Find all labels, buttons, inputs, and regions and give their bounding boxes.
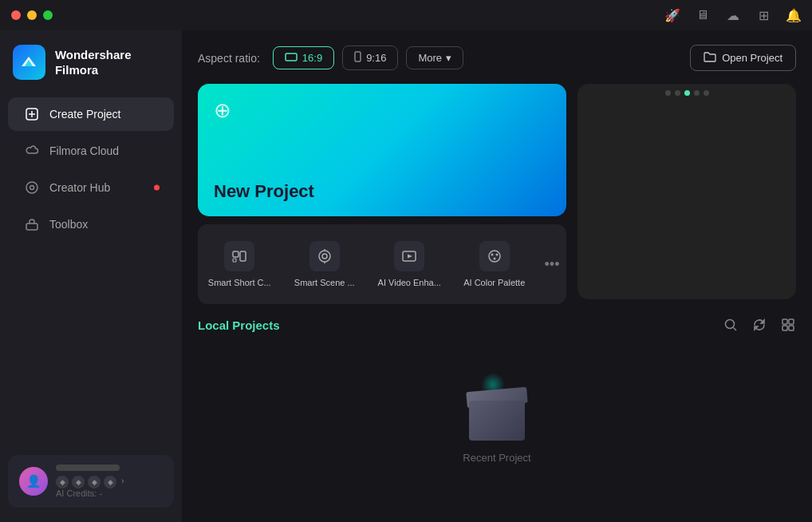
refresh-icon[interactable] [751, 317, 767, 333]
svg-rect-25 [782, 326, 787, 330]
new-project-card[interactable]: ⊕ New Project [198, 84, 566, 216]
add-project-icon: ⊕ [214, 98, 231, 123]
smart-scene-icon [309, 241, 340, 271]
svg-rect-9 [233, 259, 236, 262]
ai-tools-more-button[interactable]: ••• [538, 224, 566, 304]
open-project-button[interactable]: Open Project [690, 45, 796, 71]
svg-point-12 [322, 254, 327, 259]
sidebar-item-toolbox[interactable]: Toolbox [8, 208, 174, 241]
credit-dot-3: ◆ [88, 476, 101, 488]
aspect-btn-9-16[interactable]: 9:16 [342, 45, 398, 70]
brand: Wondershare Filmora [0, 38, 182, 96]
sidebar-item-toolbox-label: Toolbox [49, 218, 88, 231]
svg-point-3 [26, 182, 37, 193]
box-body [469, 401, 525, 441]
user-name-bar [56, 465, 120, 471]
header-actions [723, 317, 796, 333]
user-credits-bar: ◆ ◆ ◆ ◆ › [56, 476, 163, 488]
sidebar: Wondershare Filmora Create Project Filmo… [0, 30, 182, 522]
sidebar-item-filmora-cloud-label: Filmora Cloud [49, 144, 119, 157]
toolbox-icon [24, 216, 40, 232]
brand-logo [13, 45, 45, 80]
top-content: ⊕ New Project Smart Short C... [198, 84, 796, 304]
empty-box-icon [461, 377, 533, 441]
ai-credits-label: AI Credits: - [56, 488, 163, 498]
feature-dot-5 [704, 90, 709, 96]
close-button[interactable] [11, 10, 21, 20]
svg-rect-23 [782, 319, 787, 324]
ai-video-enhance-icon [394, 241, 424, 271]
feature-dot-3 [684, 90, 690, 96]
ai-color-palette-icon [479, 241, 510, 271]
bell-icon: 🔔 [786, 8, 801, 22]
local-projects-title: Local Projects [198, 318, 723, 332]
create-project-icon [24, 106, 40, 122]
feature-card-dots [577, 84, 796, 99]
cloud-icon [24, 143, 40, 159]
avatar: 👤 [19, 467, 48, 496]
aspect-btn-16-9[interactable]: 16:9 [273, 46, 334, 69]
maximize-button[interactable] [43, 10, 53, 20]
folder-icon [704, 51, 716, 65]
monitor-icon: 🖥 [696, 8, 710, 22]
svg-rect-8 [233, 251, 238, 257]
user-profile[interactable]: 👤 ◆ ◆ ◆ ◆ › AI Credits: - [8, 455, 174, 508]
credit-dot-2: ◆ [72, 476, 85, 488]
sidebar-item-create-project[interactable]: Create Project [8, 97, 174, 131]
empty-state-label: Recent Project [463, 452, 530, 464]
cloud-upload-icon: ☁ [726, 8, 740, 22]
ai-tools-row: Smart Short C... Smart Scene ... [198, 224, 566, 304]
svg-point-11 [319, 251, 330, 262]
search-icon[interactable] [723, 317, 739, 333]
svg-point-20 [493, 258, 495, 260]
svg-rect-6 [286, 53, 297, 61]
svg-point-21 [726, 320, 735, 329]
sidebar-item-create-project-label: Create Project [49, 108, 120, 121]
svg-rect-7 [355, 52, 361, 61]
svg-marker-16 [408, 255, 412, 259]
credit-dot-1: ◆ [56, 476, 69, 488]
svg-rect-5 [26, 223, 37, 230]
svg-rect-24 [789, 319, 794, 324]
new-project-label: New Project [214, 181, 550, 202]
monitor-aspect-icon [285, 52, 298, 64]
sidebar-item-creator-hub[interactable]: Creator Hub [8, 171, 174, 204]
ai-tool-smart-short-cut[interactable]: Smart Short C... [198, 224, 282, 304]
creator-hub-icon [24, 180, 40, 196]
ai-tool-ai-color-palette[interactable]: AI Color Palette [453, 224, 537, 304]
ai-tool-ai-video-enhance[interactable]: AI Video Enha... [368, 224, 451, 304]
brand-name: Wondershare Filmora [55, 47, 169, 78]
credit-dot-4: ◆ [104, 476, 116, 488]
empty-state: Recent Project [198, 342, 796, 522]
sidebar-item-creator-hub-label: Creator Hub [49, 181, 110, 194]
minimize-button[interactable] [27, 10, 37, 20]
feature-card: Strength Protect Skin Tones AI Color Pal… [577, 84, 796, 299]
view-grid-icon[interactable] [780, 317, 796, 333]
creator-hub-notification-dot [154, 185, 160, 191]
ai-tool-smart-scene[interactable]: Smart Scene ... [283, 224, 367, 304]
chevron-down-icon: ▾ [446, 52, 451, 64]
more-button[interactable]: More ▾ [406, 46, 463, 69]
svg-point-18 [491, 254, 493, 256]
aspect-ratio-label: Aspect ratio: [198, 52, 260, 65]
local-projects-header: Local Projects [198, 317, 796, 333]
user-info: ◆ ◆ ◆ ◆ › AI Credits: - [56, 465, 163, 498]
svg-rect-26 [789, 326, 794, 330]
titlebar: 🚀 🖥 ☁ ⊞ 🔔 [0, 0, 812, 30]
svg-rect-10 [240, 251, 246, 261]
grid-icon: ⊞ [756, 8, 771, 22]
rocket-icon: 🚀 [665, 8, 680, 22]
feature-dot-1 [665, 90, 671, 96]
svg-line-22 [734, 328, 737, 331]
feature-dot-4 [694, 90, 700, 96]
svg-point-19 [495, 254, 498, 256]
sidebar-item-filmora-cloud[interactable]: Filmora Cloud [8, 134, 174, 168]
aspect-ratio-bar: Aspect ratio: 16:9 9:16 More [198, 45, 796, 71]
left-column: ⊕ New Project Smart Short C... [198, 84, 566, 304]
main-content: Aspect ratio: 16:9 9:16 More [182, 30, 812, 522]
svg-point-17 [489, 251, 500, 262]
feature-dot-2 [675, 90, 680, 96]
credits-arrow: › [121, 476, 124, 488]
svg-point-4 [30, 186, 34, 190]
smart-short-cut-icon [224, 241, 254, 271]
